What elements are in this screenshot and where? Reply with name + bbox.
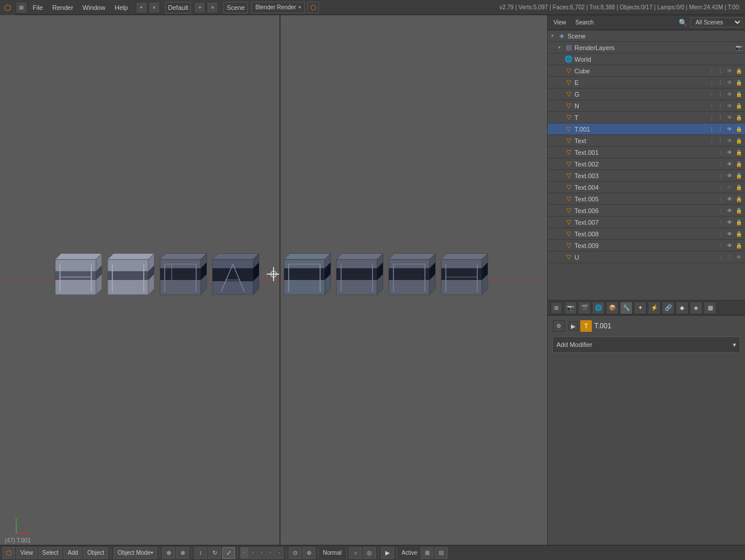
prop-render-icon[interactable]: 📷 bbox=[564, 302, 577, 314]
text-visibility-icon[interactable]: 👁 bbox=[725, 137, 733, 145]
prop-particles-icon[interactable]: ✦ bbox=[634, 302, 647, 314]
tree-item-renderlayers[interactable]: ▾ ▤ RenderLayers 📷 bbox=[548, 42, 745, 54]
text005-restrict-icon[interactable]: 🔒 bbox=[735, 195, 743, 203]
prop-modifier-icon[interactable]: 🔧 bbox=[620, 302, 633, 314]
tree-item-text007[interactable]: ▽ Text.007 | 👁 🔒 bbox=[548, 217, 745, 228]
tree-item-text003[interactable]: ▽ Text.003 | 👁 🔒 bbox=[548, 170, 745, 182]
g-restrict-icon[interactable]: 🔒 bbox=[735, 90, 743, 98]
bottom-blender-icon[interactable]: ⬡ bbox=[2, 547, 15, 559]
text008-restrict-icon[interactable]: 🔒 bbox=[735, 230, 743, 238]
scene-add-btn[interactable]: + bbox=[194, 2, 205, 13]
tree-item-text004[interactable]: ▽ Text.004 | 👁 🔒 bbox=[548, 182, 745, 193]
t-restrict-icon[interactable]: 🔒 bbox=[735, 114, 743, 122]
tree-item-u[interactable]: ▽ U | ⋮ 👁 bbox=[548, 251, 745, 263]
cube-restrict-icon[interactable]: 🔒 bbox=[735, 67, 743, 75]
menu-help[interactable]: Help bbox=[110, 0, 133, 15]
tree-item-text[interactable]: ▽ Text | ⋮ 👁 🔒 bbox=[548, 135, 745, 147]
t001-visibility-icon[interactable]: 👁 bbox=[725, 125, 733, 133]
e-visibility-icon[interactable]: 👁 bbox=[725, 79, 733, 87]
e-constraint-icon[interactable]: ⋮ bbox=[716, 79, 724, 87]
bottom-proportional2-icon[interactable]: ◎ bbox=[363, 547, 376, 559]
text009-visibility-icon[interactable]: 👁 bbox=[725, 242, 733, 250]
tree-item-text009[interactable]: ▽ Text.009 | 👁 🔒 bbox=[548, 240, 745, 251]
cube-visibility-icon[interactable]: 👁 bbox=[725, 67, 733, 75]
prop-object-icon[interactable]: 📦 bbox=[606, 302, 619, 314]
prop-texture-icon[interactable]: ▦ bbox=[704, 302, 716, 314]
text007-restrict-icon[interactable]: 🔒 bbox=[735, 218, 743, 226]
bottom-manipulator3-btn[interactable]: ⤢ bbox=[222, 547, 235, 559]
text009-restrict-icon[interactable]: 🔒 bbox=[735, 242, 743, 250]
text001-visibility-icon[interactable]: 👁 bbox=[725, 148, 733, 157]
text005-visibility-icon[interactable]: 👁 bbox=[725, 195, 733, 203]
layout-grid-btn[interactable]: ⊞ bbox=[16, 2, 27, 13]
tree-item-e[interactable]: ▽ E | ⋮ 👁 🔒 bbox=[548, 77, 745, 88]
prop-world-icon[interactable]: 🌐 bbox=[592, 302, 605, 314]
workspace-add-btn[interactable]: + bbox=[136, 2, 147, 13]
tree-item-g[interactable]: ▽ G | ⋮ 👁 🔒 bbox=[548, 88, 745, 100]
n-visibility-icon[interactable]: 👁 bbox=[725, 102, 733, 110]
tree-item-text005[interactable]: ▽ Text.005 | 👁 🔒 bbox=[548, 193, 745, 205]
n-restrict-icon[interactable]: 🔒 bbox=[735, 102, 743, 110]
text006-visibility-icon[interactable]: 👁 bbox=[725, 207, 733, 215]
cube-constraints-icon[interactable]: ⋮ bbox=[716, 67, 724, 75]
text001-restrict-icon[interactable]: 🔒 bbox=[735, 148, 743, 157]
layer-btn-4[interactable]: · bbox=[267, 547, 275, 559]
layer-btn-3[interactable]: · bbox=[258, 547, 266, 559]
tree-item-t001[interactable]: ▽ T.001 | ⋮ 👁 🔒 bbox=[548, 123, 745, 135]
text-restrict-icon[interactable]: 🔒 bbox=[735, 137, 743, 145]
workspace-selector[interactable]: Default bbox=[165, 2, 191, 13]
tree-item-n[interactable]: ▽ N | ⋮ 👁 🔒 bbox=[548, 100, 745, 112]
workspace-close-btn[interactable]: × bbox=[148, 2, 160, 13]
scene-close-btn[interactable]: × bbox=[207, 2, 218, 13]
bottom-manipulator2-btn[interactable]: ↻ bbox=[208, 547, 221, 559]
e-restrict-icon[interactable]: 🔒 bbox=[735, 79, 743, 87]
u-visibility-icon[interactable]: 👁 bbox=[735, 253, 743, 261]
text002-restrict-icon[interactable]: 🔒 bbox=[735, 160, 743, 168]
tree-item-world[interactable]: 🌐 World bbox=[548, 54, 745, 65]
engine-icon-btn[interactable]: ⬡ bbox=[307, 2, 319, 13]
tree-item-text006[interactable]: ▽ Text.006 | 👁 🔒 bbox=[548, 205, 745, 217]
prop-scene-icon[interactable]: 🎬 bbox=[578, 302, 591, 314]
bottom-mode-selector[interactable]: Object Mode bbox=[113, 547, 157, 559]
prop-constraints-icon[interactable]: 🔗 bbox=[662, 302, 675, 314]
bottom-object-btn[interactable]: Object bbox=[83, 547, 108, 559]
text008-visibility-icon[interactable]: 👁 bbox=[725, 230, 733, 238]
bottom-pivot-btn[interactable]: ⊕ bbox=[162, 547, 175, 559]
text007-visibility-icon[interactable]: 👁 bbox=[725, 218, 733, 226]
outliner-search-icon[interactable]: 🔍 bbox=[677, 17, 688, 28]
tree-camera-icon[interactable]: 📷 bbox=[735, 44, 743, 52]
text006-restrict-icon[interactable]: 🔒 bbox=[735, 207, 743, 215]
g-constraint-icon[interactable]: ⋮ bbox=[716, 90, 724, 98]
n-constraint-icon[interactable]: ⋮ bbox=[716, 102, 724, 110]
text002-visibility-icon[interactable]: 👁 bbox=[725, 160, 733, 168]
tree-item-scene[interactable]: ▾ ◈ Scene bbox=[548, 30, 745, 42]
tree-item-cube[interactable]: ▽ Cube | ⋮ 👁 🔒 bbox=[548, 65, 745, 77]
t001-constraint-icon[interactable]: ⋮ bbox=[716, 125, 724, 133]
tree-item-t[interactable]: ▽ T | ⋮ 👁 🔒 bbox=[548, 112, 745, 123]
bottom-snap2-icon[interactable]: ⊚ bbox=[303, 547, 315, 559]
layer-btn-1[interactable]: · bbox=[240, 547, 249, 559]
u-constraint-icon[interactable]: ⋮ bbox=[725, 253, 733, 261]
menu-file[interactable]: File bbox=[28, 0, 48, 15]
menu-render[interactable]: Render bbox=[48, 0, 78, 15]
prop-data-icon[interactable]: ◆ bbox=[676, 302, 689, 314]
viewport-3d[interactable]: User Ortho Meters bbox=[0, 15, 547, 545]
add-modifier-btn[interactable]: Add Modifier ▾ bbox=[552, 336, 740, 353]
bottom-snap-icon[interactable]: ⊙ bbox=[289, 547, 301, 559]
layer-btn-2[interactable]: · bbox=[249, 547, 257, 559]
bottom-active2-icon[interactable]: ⊞ bbox=[421, 547, 434, 559]
prop-physics-icon[interactable]: ⚡ bbox=[648, 302, 661, 314]
bottom-screencast-icon[interactable]: ⊟ bbox=[435, 547, 448, 559]
g-visibility-icon[interactable]: 👁 bbox=[725, 90, 733, 98]
tree-item-text002[interactable]: ▽ Text.002 | 👁 🔒 bbox=[548, 158, 745, 170]
bottom-render-icon[interactable]: ▶ bbox=[381, 547, 394, 559]
outliner-scene-select[interactable]: All Scenes bbox=[690, 17, 743, 27]
text-constraint-icon[interactable]: ⋮ bbox=[716, 137, 724, 145]
bottom-view-btn[interactable]: View bbox=[16, 547, 37, 559]
bottom-select-btn[interactable]: Select bbox=[38, 547, 63, 559]
props-panel-toggle[interactable]: ⊞ bbox=[551, 302, 562, 314]
t-visibility-icon[interactable]: 👁 bbox=[725, 114, 733, 122]
tree-item-text001[interactable]: ▽ Text.001 | 👁 🔒 bbox=[548, 147, 745, 158]
outliner-search-btn[interactable]: Search bbox=[572, 18, 598, 27]
outliner-view-btn[interactable]: View bbox=[550, 18, 570, 27]
